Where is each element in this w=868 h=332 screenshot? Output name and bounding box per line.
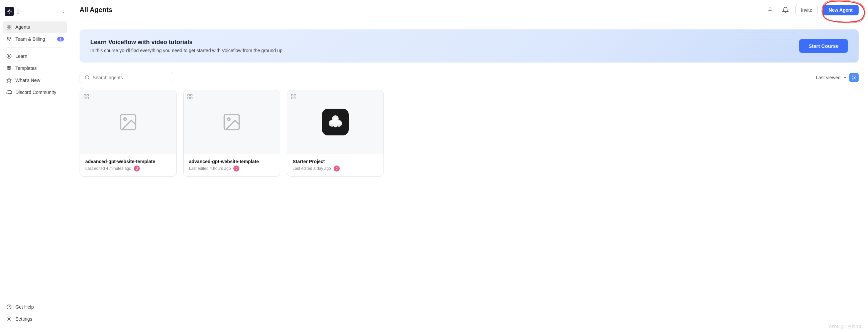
sidebar-item-templates[interactable]: Templates <box>3 62 67 74</box>
svg-marker-8 <box>7 78 11 82</box>
team-billing-badge: 1 <box>57 37 64 41</box>
templates-icon <box>6 65 12 71</box>
sidebar-item-team-billing[interactable]: Team & Billing 1 <box>3 33 67 45</box>
start-course-button[interactable]: Start Course <box>799 39 848 53</box>
sidebar-item-label-whats-new: What's New <box>16 78 40 83</box>
agent-card-avatar-3: J <box>334 165 340 172</box>
sidebar: jj ⌄ Agents Team & Billing 1 Learn <box>0 0 70 332</box>
banner-decoration <box>732 29 799 62</box>
svg-marker-7 <box>9 55 10 57</box>
sidebar-item-discord[interactable]: Discord Community <box>3 87 67 98</box>
sidebar-item-get-help[interactable]: Get Help <box>3 301 67 312</box>
svg-rect-43 <box>291 97 293 99</box>
invite-button[interactable]: Invite <box>796 5 818 16</box>
svg-rect-30 <box>87 94 89 96</box>
svg-point-52 <box>330 120 335 124</box>
new-agent-button[interactable]: New Agent <box>823 5 859 16</box>
svg-rect-35 <box>188 94 189 96</box>
svg-point-5 <box>7 37 9 39</box>
svg-rect-31 <box>84 97 86 99</box>
agent-preview-icon-1 <box>83 94 89 101</box>
sidebar-item-label-agents: Agents <box>16 24 30 30</box>
agent-card-info-2: advanced-gpt-website-template Last edite… <box>184 154 280 176</box>
agent-card-preview-1 <box>80 90 176 154</box>
search-input[interactable] <box>93 75 168 80</box>
agent-card-avatar-1: J <box>134 165 140 172</box>
agent-preview-icon-2 <box>187 94 193 101</box>
agent-preview-icon-3 <box>290 94 297 101</box>
agent-card[interactable]: Starter Project Last edited a day ago J <box>287 90 384 177</box>
agent-card-image-1 <box>117 111 139 133</box>
page-title: All Agents <box>80 6 765 14</box>
agent-card-meta-2: Last edited 4 hours ago J <box>189 165 275 172</box>
svg-point-0 <box>8 10 10 12</box>
agent-card-info-1: advanced-gpt-website-template Last edite… <box>80 154 176 176</box>
footer-watermark: CSDN @过于真实呢 <box>829 324 863 329</box>
svg-point-50 <box>336 120 341 124</box>
search-icon <box>85 75 90 80</box>
sidebar-item-learn[interactable]: Learn <box>3 51 67 62</box>
discord-icon <box>6 89 12 95</box>
learn-banner: Learn Voiceflow with video tutorials In … <box>80 29 859 62</box>
sidebar-bottom: Get Help Settings <box>0 301 70 328</box>
sidebar-item-label-discord: Discord Community <box>16 90 56 95</box>
content-area: Learn Voiceflow with video tutorials In … <box>70 20 868 332</box>
svg-rect-2 <box>9 25 11 27</box>
svg-rect-42 <box>294 94 296 96</box>
sort-label: Last viewed <box>816 75 841 80</box>
agent-card-name-2: advanced-gpt-website-template <box>189 159 275 164</box>
svg-point-11 <box>8 318 10 320</box>
agent-card-edited-2: Last edited 4 hours ago <box>189 166 231 171</box>
user-menu[interactable]: jj ⌄ <box>0 4 70 21</box>
sort-control[interactable]: Last viewed 汉 <box>816 73 859 82</box>
learn-icon <box>6 53 12 59</box>
svg-rect-29 <box>84 94 86 96</box>
agent-card-info-3: Starter Project Last edited a day ago J <box>287 154 383 176</box>
sidebar-item-label-team: Team & Billing <box>16 36 45 42</box>
svg-rect-36 <box>191 94 192 96</box>
user-icon-btn[interactable] <box>765 5 775 16</box>
agent-card-name-3: Starter Project <box>292 159 378 164</box>
agent-card[interactable]: advanced-gpt-website-template Last edite… <box>183 90 280 177</box>
sidebar-divider <box>7 48 63 48</box>
agent-card-edited-3: Last edited a day ago <box>292 166 331 171</box>
agent-card-edited-1: Last edited 4 minutes ago <box>85 166 131 171</box>
team-icon <box>6 36 12 42</box>
search-box[interactable] <box>80 72 173 83</box>
svg-rect-38 <box>191 97 192 99</box>
sidebar-item-whats-new[interactable]: What's New <box>3 74 67 86</box>
new-agent-wrapper: New Agent <box>823 5 859 16</box>
svg-rect-1 <box>7 25 9 27</box>
topbar-actions: Invite New Agent <box>765 5 859 16</box>
chevron-down-icon: ⌄ <box>62 9 65 14</box>
banner-text: Learn Voiceflow with video tutorials In … <box>90 39 799 53</box>
help-icon <box>6 304 12 310</box>
agents-icon <box>6 24 12 30</box>
agent-card-preview-2 <box>184 90 280 154</box>
agent-card-logo-3 <box>322 109 349 135</box>
topbar: All Agents Invite New Agent <box>70 0 868 20</box>
agent-card[interactable]: advanced-gpt-website-template Last edite… <box>80 90 177 177</box>
svg-point-34 <box>124 118 127 121</box>
svg-rect-32 <box>87 97 89 99</box>
svg-point-49 <box>334 117 337 121</box>
sort-badge: 汉 <box>849 73 859 82</box>
chevron-down-icon <box>843 75 847 80</box>
svg-point-12 <box>769 8 771 10</box>
agent-card-image-2 <box>221 111 242 133</box>
agent-card-avatar-2: J <box>234 165 239 172</box>
banner-title: Learn Voiceflow with video tutorials <box>90 39 799 46</box>
sidebar-item-label-help: Get Help <box>16 304 34 310</box>
user-name: jj <box>18 9 59 14</box>
svg-rect-41 <box>291 94 293 96</box>
svg-rect-4 <box>9 27 11 29</box>
banner-subtitle: In this course you'll find everything yo… <box>90 48 799 53</box>
sidebar-item-settings[interactable]: Settings <box>3 313 67 325</box>
sidebar-nav: Agents Team & Billing 1 Learn Templates <box>0 21 70 301</box>
sidebar-item-agents[interactable]: Agents <box>3 21 67 33</box>
notifications-icon-btn[interactable] <box>780 5 791 16</box>
svg-point-51 <box>334 123 337 127</box>
sidebar-item-label-learn: Learn <box>16 54 27 59</box>
agent-card-name-1: advanced-gpt-website-template <box>85 159 171 164</box>
whats-new-icon <box>6 77 12 83</box>
